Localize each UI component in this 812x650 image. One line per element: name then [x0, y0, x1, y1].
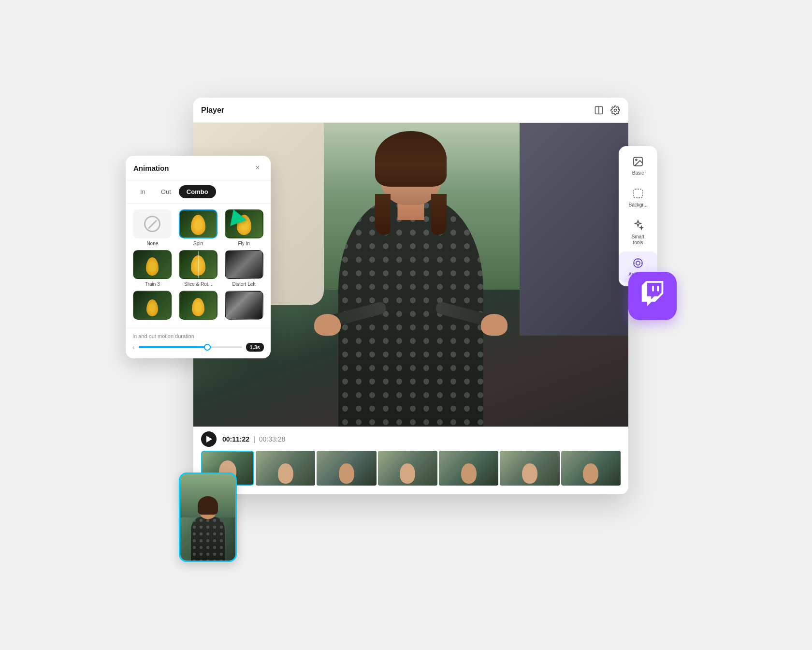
- anim-item-9[interactable]: [223, 291, 265, 322]
- anim-thumb-spin: [179, 209, 218, 238]
- anim-item-8[interactable]: [177, 291, 219, 322]
- split-view-icon[interactable]: [594, 105, 604, 116]
- player-timeline: 00:11:22 | 00:33:28: [193, 427, 628, 494]
- tab-combo[interactable]: Combo: [179, 185, 216, 198]
- frame-thumb[interactable]: [378, 451, 437, 486]
- anim-item-7[interactable]: [131, 291, 174, 322]
- current-time: 00:11:22 | 00:33:28: [222, 435, 285, 443]
- right-toolbar: Basic Backgr... Smart tools: [619, 146, 657, 286]
- toolbar-background-label: Backgr...: [629, 202, 648, 208]
- anim-label-distort-left: Distort Left: [232, 281, 255, 287]
- frame-thumb[interactable]: [317, 451, 376, 486]
- twitch-badge[interactable]: [628, 272, 677, 320]
- anim-thumb-distort-left: [225, 250, 263, 279]
- toolbar-item-basic[interactable]: Basic: [619, 150, 657, 181]
- tab-out[interactable]: Out: [153, 185, 179, 198]
- toolbar-basic-label: Basic: [632, 170, 644, 176]
- anim-item-distort-left[interactable]: Distort Left: [223, 250, 265, 287]
- panel-header: Animation ×: [126, 156, 271, 180]
- frame-thumb[interactable]: [500, 451, 559, 486]
- twitch-icon: [640, 281, 665, 311]
- toolbar-item-smart-tools[interactable]: Smart tools: [619, 214, 657, 251]
- motion-section: In and out motion duration ‹ 1.3s: [126, 328, 271, 358]
- svg-rect-5: [634, 189, 642, 198]
- titlebar-icons: [594, 105, 621, 116]
- toolbar-smart-tools-label: Smart tools: [632, 234, 645, 246]
- anim-thumb-none: [133, 209, 172, 238]
- svg-point-2: [614, 109, 617, 111]
- animation-grid: None Spin Fly In Train 3: [126, 204, 271, 328]
- settings-icon[interactable]: [610, 105, 621, 116]
- mobile-frame: [179, 473, 237, 562]
- svg-point-6: [634, 259, 642, 267]
- panel-tabs: In Out Combo: [126, 180, 271, 204]
- anim-label-train3: Train 3: [145, 281, 160, 287]
- anim-thumb-train3: [133, 250, 172, 279]
- anim-label-none: None: [146, 241, 158, 246]
- anim-thumb-7: [133, 291, 172, 320]
- anim-label-slice-rot: Slice & Rot...: [184, 281, 212, 287]
- tab-in[interactable]: In: [132, 185, 153, 198]
- anim-item-none[interactable]: None: [131, 209, 174, 246]
- motion-slider-row: ‹ 1.3s: [132, 343, 264, 352]
- mobile-video: [180, 474, 235, 561]
- motion-label: In and out motion duration: [132, 333, 264, 339]
- motion-value: 1.3s: [246, 343, 264, 352]
- magic-icon: [631, 219, 645, 232]
- animation-panel: Animation × In Out Combo None Spin: [126, 156, 271, 358]
- timeline-frames: [201, 451, 621, 486]
- frame-thumb[interactable]: [256, 451, 315, 486]
- anim-item-slice-rot[interactable]: Slice & Rot...: [177, 250, 219, 287]
- slider-left-arrow[interactable]: ‹: [132, 343, 135, 351]
- anim-item-spin[interactable]: Spin: [177, 209, 219, 246]
- timeline-controls: 00:11:22 | 00:33:28: [201, 431, 621, 447]
- animation-icon: [631, 256, 645, 270]
- frame-thumb[interactable]: [439, 451, 498, 486]
- frame-thumb[interactable]: [561, 451, 621, 486]
- player-titlebar: Player: [193, 98, 628, 123]
- player-title: Player: [201, 106, 224, 115]
- play-button[interactable]: [201, 431, 217, 447]
- svg-point-4: [636, 159, 637, 161]
- anim-item-train3[interactable]: Train 3: [131, 250, 174, 287]
- anim-thumb-8: [179, 291, 218, 320]
- image-icon: [631, 155, 645, 168]
- svg-point-7: [636, 261, 640, 265]
- motion-slider[interactable]: [139, 346, 242, 348]
- panel-title: Animation: [133, 164, 169, 172]
- anim-label-spin: Spin: [193, 241, 203, 246]
- toolbar-item-background[interactable]: Backgr...: [619, 182, 657, 213]
- anim-label-fly-in: Fly In: [238, 241, 249, 246]
- anim-thumb-9: [225, 291, 263, 320]
- background-icon: [631, 187, 645, 200]
- panel-close-button[interactable]: ×: [252, 162, 263, 173]
- anim-thumb-slice-rot: [179, 250, 218, 279]
